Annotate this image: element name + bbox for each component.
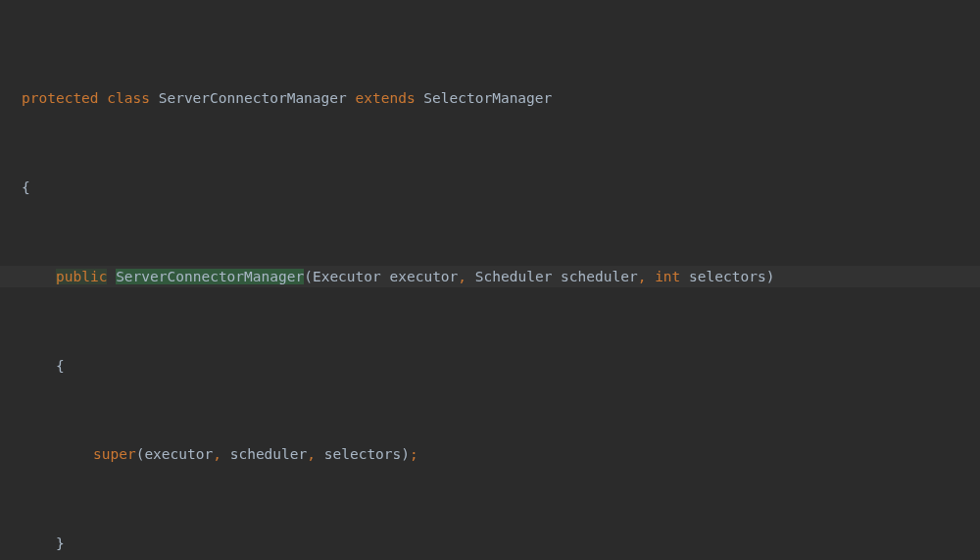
keyword: extends xyxy=(356,90,416,106)
keyword: super xyxy=(93,446,136,462)
superclass-name: SelectorManager xyxy=(423,90,552,106)
code: selectors) xyxy=(316,446,410,462)
brace: } xyxy=(56,535,65,551)
keyword: protected xyxy=(22,90,99,106)
comma: , xyxy=(638,269,647,284)
code-line: { xyxy=(0,355,980,378)
code-line: } xyxy=(0,533,980,555)
keyword: public xyxy=(56,269,107,284)
code: scheduler xyxy=(221,446,307,462)
comma: , xyxy=(458,269,466,284)
code-line: super(executor, scheduler, selectors); xyxy=(0,443,980,466)
code: (executor xyxy=(136,446,214,462)
code-line: protected class ServerConnectorManager e… xyxy=(0,87,980,110)
params: Scheduler scheduler xyxy=(466,269,638,284)
brace: { xyxy=(56,358,65,374)
class-name: ServerConnectorManager xyxy=(159,90,347,106)
code-line: { xyxy=(0,177,980,199)
params: (Executor executor xyxy=(304,269,458,284)
constructor-name: ServerConnectorManager xyxy=(116,269,304,284)
code-line-highlighted: public ServerConnectorManager(Executor e… xyxy=(0,266,980,288)
comma: , xyxy=(213,446,221,462)
semicolon: ; xyxy=(410,446,418,462)
keyword: class xyxy=(107,90,150,106)
params: selectors) xyxy=(680,269,774,284)
brace: { xyxy=(22,179,30,195)
comma: , xyxy=(307,446,316,462)
keyword: int xyxy=(655,269,680,284)
code-editor[interactable]: protected class ServerConnectorManager e… xyxy=(0,0,980,560)
